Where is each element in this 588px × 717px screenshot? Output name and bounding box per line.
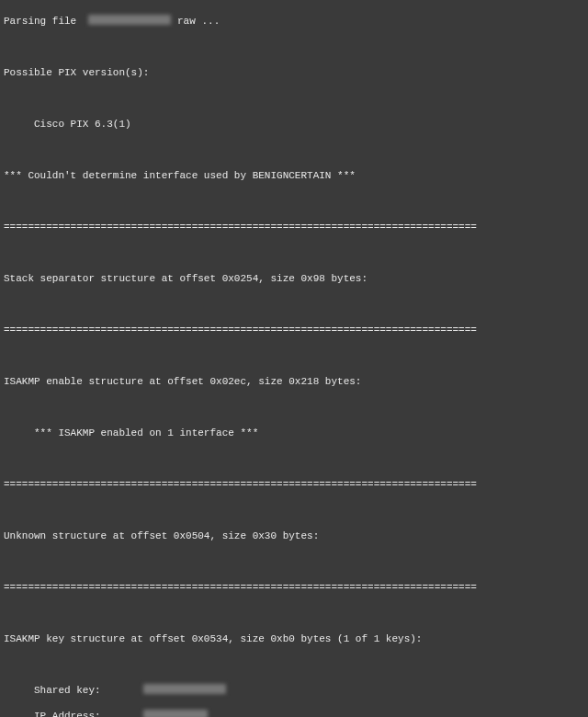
possible-versions-label: Possible PIX version(s): bbox=[4, 66, 584, 79]
redacted-shared-key bbox=[143, 684, 226, 694]
stack-separator-header: Stack separator structure at offset 0x02… bbox=[4, 272, 584, 285]
terminal-output: Parsing file raw ... Possible PIX versio… bbox=[0, 0, 588, 717]
parsing-prefix: Parsing file bbox=[4, 16, 88, 27]
isakmp-key-header: ISAKMP key structure at offset 0x0534, s… bbox=[4, 632, 584, 645]
isakmp-enable-note: *** ISAKMP enabled on 1 interface *** bbox=[4, 427, 584, 439]
unknown1-header: Unknown structure at offset 0x0504, size… bbox=[4, 529, 584, 542]
pix-version: Cisco PIX 6.3(1) bbox=[4, 118, 584, 131]
parsing-suffix: raw ... bbox=[171, 16, 220, 27]
divider: ========================================… bbox=[4, 581, 584, 594]
ip-address-label: IP Address: bbox=[4, 711, 143, 717]
divider: ========================================… bbox=[4, 221, 584, 233]
interface-warning: *** Couldn't determine interface used by… bbox=[4, 169, 584, 182]
divider: ========================================… bbox=[4, 478, 584, 491]
redacted-filename bbox=[88, 15, 171, 25]
redacted-ip bbox=[143, 710, 208, 717]
divider: ========================================… bbox=[4, 324, 584, 336]
isakmp-enable-header: ISAKMP enable structure at offset 0x02ec… bbox=[4, 375, 584, 388]
shared-key-label: Shared key: bbox=[4, 685, 143, 696]
